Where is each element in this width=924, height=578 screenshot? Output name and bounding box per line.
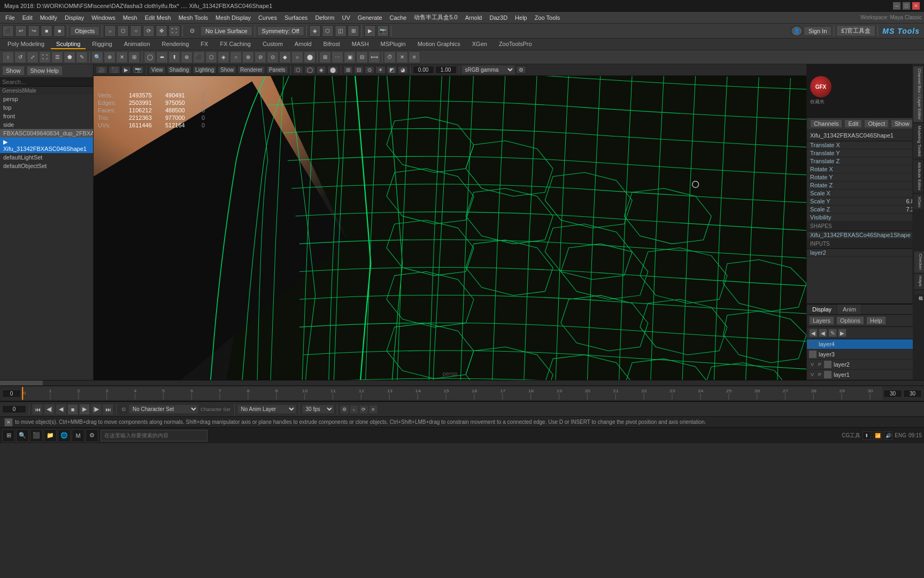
disp-ctrl-prev[interactable]: ◀ <box>809 329 818 337</box>
maximize-btn[interactable]: □ <box>903 2 910 10</box>
hard-icon[interactable]: ▣ <box>344 51 356 63</box>
universal-icon[interactable]: ⛶ <box>39 51 51 63</box>
vp-cam-btn[interactable]: 🎥 <box>96 66 107 74</box>
play-fwd-btn[interactable]: ▶ <box>79 404 90 415</box>
channel-scale-z[interactable]: Scale Z 7.240 <box>807 206 924 214</box>
sign-in-btn[interactable]: Sign In <box>804 26 831 36</box>
vp-light-btn[interactable]: ☀ <box>375 66 386 74</box>
tab-fx[interactable]: FX <box>195 40 213 49</box>
skip-fwd-btn[interactable]: ⏭ <box>103 404 113 415</box>
zoom-icon[interactable]: 🔍 <box>91 51 103 63</box>
tab-motion-graphics[interactable]: Motion Graphics <box>412 40 466 49</box>
frame-input[interactable] <box>2 405 26 413</box>
camera-icon[interactable]: 📷 <box>377 25 389 37</box>
gamma-select[interactable]: sRGB gamma <box>461 65 515 74</box>
live-surface-label[interactable]: No Live Surface <box>201 26 252 36</box>
vp-shading-menu[interactable]: Shading <box>167 66 192 74</box>
tray-icon3[interactable]: 🔊 <box>884 431 892 440</box>
anim-layer-select[interactable]: No Anim Layer <box>237 405 296 414</box>
display-tab-anim[interactable]: Anim <box>837 305 862 314</box>
tab-sculpting[interactable]: Sculpting <box>51 40 86 49</box>
smooth-icon[interactable]: ◯ <box>144 51 156 63</box>
taskbar-task-view[interactable]: ⬛ <box>30 429 43 442</box>
vp-grid-btn[interactable]: ⊟ <box>354 66 364 74</box>
extrude-icon[interactable]: ⬡ <box>205 51 217 63</box>
collapse-icon[interactable]: ◆ <box>279 51 291 63</box>
channel-translate-y[interactable]: Translate Y 0 <box>807 149 924 157</box>
menu-cache[interactable]: Cache <box>387 13 410 22</box>
sculpt-icon[interactable]: ⬤ <box>304 51 315 63</box>
timeline-ruler[interactable]: 0 1 2 3 4 5 6 7 8 9 1 <box>22 387 882 400</box>
vp-render-btn[interactable]: ▶ <box>121 66 131 74</box>
layer2-p-btn[interactable]: P <box>817 362 823 367</box>
vp-view-menu[interactable]: View <box>149 66 166 74</box>
close-status-btn[interactable]: ✕ <box>4 418 13 427</box>
vp-snapshot-btn[interactable]: 📷 <box>132 66 144 74</box>
step-back-btn[interactable]: ◀| <box>44 404 55 415</box>
sidebar-item-fbx[interactable]: FBXASC0049640834_dup_2FBXASC046 <box>0 129 93 138</box>
channel-translate-z[interactable]: Translate Z 0 <box>807 157 924 165</box>
split-icon[interactable]: ⊘ <box>255 51 266 63</box>
taskbar-search-input[interactable] <box>101 430 207 442</box>
tab-bifrost[interactable]: Bifrost <box>318 40 345 49</box>
move-icon[interactable]: ↕ <box>2 51 14 63</box>
insert-loop-icon[interactable]: ⊙ <box>267 51 279 63</box>
range-start-input[interactable] <box>883 390 902 398</box>
ch-object-btn[interactable]: Object <box>864 119 889 128</box>
toolbar-icon1[interactable]: ⬛ <box>2 25 14 37</box>
uv-icon[interactable]: ⊞ <box>319 51 331 63</box>
vp-value2-input[interactable] <box>435 66 457 74</box>
snap-x-icon[interactable]: ✕ <box>116 51 128 63</box>
menu-file[interactable]: File <box>2 13 18 22</box>
sidebar-item-persp[interactable]: persp <box>0 95 93 103</box>
range-end-input[interactable] <box>903 390 922 398</box>
channel-scale-x[interactable]: Scale X 1 <box>807 189 924 197</box>
menu-deform[interactable]: Deform <box>312 13 337 22</box>
vp-shadow-btn[interactable]: ◩ <box>387 66 397 74</box>
tray-icon1[interactable]: ⬆ <box>863 431 871 440</box>
snap-v-icon[interactable]: ⊕ <box>104 51 116 63</box>
vtab-channel[interactable]: Channel Box / Layer Editor <box>913 66 923 122</box>
menu-windows[interactable]: Windows <box>88 13 119 22</box>
layers-btn[interactable]: Layers <box>809 316 834 325</box>
tab-rendering[interactable]: Rendering <box>157 40 195 49</box>
loop-icon[interactable]: ○ <box>230 51 242 63</box>
h-scroll-thumb[interactable] <box>0 381 43 385</box>
select-icon1[interactable]: ⬦ <box>104 25 116 37</box>
sidebar-item-side[interactable]: side <box>0 120 93 129</box>
vp-iso-btn[interactable]: ⊞ <box>343 66 353 74</box>
taskbar-chrome[interactable]: 🌐 <box>58 429 71 442</box>
sidebar-item-default-light[interactable]: defaultLightSet <box>0 153 93 162</box>
vp-ao-btn[interactable]: ◕ <box>398 66 408 74</box>
h-scrollbar[interactable] <box>0 380 924 385</box>
options-btn[interactable]: Options <box>836 316 864 325</box>
skip-back-btn[interactable]: ⏮ <box>32 404 43 415</box>
menu-help[interactable]: Help <box>512 13 530 22</box>
taskbar-windows[interactable]: ⊞ <box>2 429 15 442</box>
play-back-btn[interactable]: ◀ <box>56 404 66 415</box>
vp-lighting-menu[interactable]: Lighting <box>192 66 217 74</box>
channel-rotate-y[interactable]: Rotate Y 0 <box>807 173 924 181</box>
channel-visibility[interactable]: Visibility on <box>807 214 924 222</box>
channel-rotate-x[interactable]: Rotate X 0 <box>807 165 924 173</box>
menu-display[interactable]: Display <box>61 13 87 22</box>
menu-daz3d[interactable]: Daz3D <box>486 13 511 22</box>
menu-chinese-tools[interactable]: 动售半工具盒5.0 <box>411 12 460 22</box>
crease-icon[interactable]: ⋯ <box>332 51 343 63</box>
display-tab-display[interactable]: Display <box>807 305 837 314</box>
snap-icon3[interactable]: ◫ <box>335 25 346 37</box>
disp-ctrl-left[interactable]: ◀ <box>819 329 827 337</box>
symmetry-btn[interactable]: Symmetry: Off <box>257 26 304 36</box>
rotate-icon[interactable]: ↺ <box>14 51 26 63</box>
disp-ctrl-right[interactable]: ▶ <box>838 329 846 337</box>
menu-mesh-tools[interactable]: Mesh Tools <box>175 13 211 22</box>
chinese-tools-btn[interactable]: 幻官工具盒 <box>836 25 875 36</box>
menu-arnold[interactable]: Arnold <box>462 13 486 22</box>
vp-shaded-btn[interactable]: ⬤ <box>327 66 338 74</box>
stop-btn[interactable]: ■ <box>67 404 78 415</box>
step-fwd-btn[interactable]: |▶ <box>91 404 102 415</box>
no-live-surface-btn[interactable]: ⊙ <box>185 26 199 36</box>
camera-label[interactable]: 相机 <box>914 290 924 294</box>
menu-mesh[interactable]: Mesh <box>120 13 141 22</box>
shapes-item[interactable]: Xifu_31342FBXASCo46Shape1Shape <box>807 231 924 239</box>
